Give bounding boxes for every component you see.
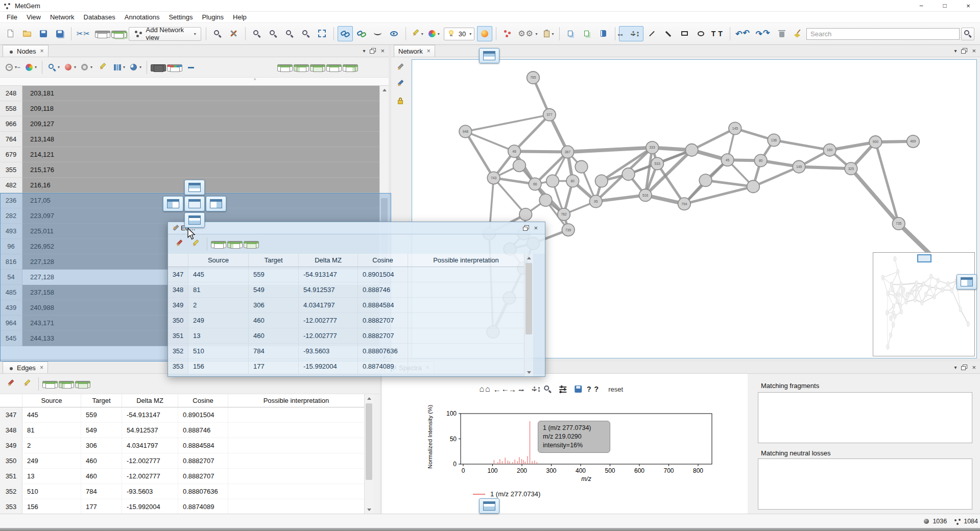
edges-table-row[interactable]: 347 445 559 -54.913147 0.8901504	[0, 407, 364, 423]
row-header-cell[interactable]: 482	[0, 178, 22, 193]
zoom-reset-button[interactable]	[282, 26, 297, 41]
delta-mz-cell[interactable]: -12.002777	[122, 453, 178, 469]
cosine-cell[interactable]: 0.8874089	[178, 499, 228, 514]
edges-table-row[interactable]: 353 156 177 -15.992004 0.8874089	[168, 359, 524, 374]
edges-table-row[interactable]: 352 510 784 -93.5603 0.88807636	[168, 344, 524, 359]
nodes-table-row[interactable]: 764 213,148	[0, 132, 389, 147]
column-header-interpretation[interactable]: Possible interpretation	[408, 254, 524, 267]
edges-table-row[interactable]: 347 445 559 -54.913147 0.8901504	[168, 267, 524, 282]
edges-vertical-scrollbar[interactable]	[364, 394, 373, 514]
show-all-button[interactable]	[42, 381, 58, 388]
highlight-red-button[interactable]	[3, 376, 18, 392]
dock-menu-button[interactable]: ▾	[953, 365, 958, 370]
cosine-cell[interactable]: 0.8882707	[358, 328, 408, 344]
interpretation-cell[interactable]	[408, 313, 524, 328]
interpretation-cell[interactable]	[408, 298, 524, 313]
column-header-target[interactable]: Target	[249, 254, 299, 267]
floating-edges-dock[interactable]: Edges ×	[168, 222, 545, 377]
tab-edges[interactable]: Edges ×	[3, 361, 48, 373]
interpretation-cell[interactable]	[228, 438, 364, 453]
tab-close-icon[interactable]: ×	[427, 47, 431, 55]
column-header-delta-mz[interactable]: Delta MZ	[122, 394, 178, 407]
edges-table-row[interactable]: 348 81 549 54.912537 0.888746	[168, 282, 524, 298]
column-header-target[interactable]: Target	[81, 394, 122, 407]
dock-menu-button[interactable]: ▾	[953, 48, 958, 54]
cosine-cell[interactable]: 0.8874089	[358, 359, 408, 374]
zoom-selection-button[interactable]	[298, 26, 314, 41]
rectangle-tool-button[interactable]	[677, 26, 692, 41]
row-header-cell[interactable]: 351	[168, 328, 188, 344]
source-cell[interactable]: 249	[22, 453, 81, 469]
interpretation-cell[interactable]	[228, 453, 364, 469]
new-project-button[interactable]	[3, 26, 18, 41]
row-header-cell[interactable]: 349	[0, 438, 22, 453]
add-network-view-button[interactable]: Add Network view ▾	[129, 27, 201, 41]
node-fill-button[interactable]: ▾	[62, 60, 78, 75]
interpretation-cell[interactable]	[228, 499, 364, 514]
show-selection-button[interactable]	[227, 241, 243, 248]
target-cell[interactable]: 460	[81, 453, 122, 469]
menu-item[interactable]: Databases	[79, 12, 120, 22]
highlight-button[interactable]	[95, 60, 110, 75]
row-header-cell[interactable]: 353	[168, 359, 188, 374]
menu-item[interactable]: View	[22, 12, 45, 22]
show-all-columns-button[interactable]	[277, 64, 293, 71]
target-cell[interactable]: 306	[249, 298, 299, 313]
close-button[interactable]: ×	[957, 0, 980, 11]
show-selection-button[interactable]	[59, 381, 74, 388]
node-color-button[interactable]: ▾	[426, 26, 441, 41]
source-cell[interactable]: 445	[22, 407, 81, 423]
save-figure-button[interactable]	[571, 382, 585, 396]
open-project-button[interactable]	[19, 26, 35, 41]
process-data-button[interactable]	[75, 26, 94, 41]
cosine-cell[interactable]: 0.88807636	[178, 484, 228, 499]
restore-columns-button[interactable]	[343, 64, 358, 71]
clear-button[interactable]	[791, 26, 806, 41]
row-header-cell[interactable]: 349	[168, 298, 188, 313]
highlight-red-button[interactable]	[172, 236, 187, 252]
home-button[interactable]	[479, 382, 493, 396]
target-cell[interactable]: 306	[81, 438, 122, 453]
menu-item[interactable]: Annotations	[120, 12, 164, 22]
edges-table-row[interactable]: 348 81 549 54.912537 0.888746	[0, 423, 364, 438]
column-header-cosine[interactable]: Cosine	[178, 394, 228, 407]
interpretation-cell[interactable]	[228, 484, 364, 499]
delta-mz-cell[interactable]: 54.912537	[299, 282, 358, 298]
cosine-cell[interactable]: 0.8882707	[178, 469, 228, 484]
dock-indicator-top-edge[interactable]	[479, 48, 499, 63]
restore-columns-button[interactable]	[75, 381, 90, 388]
compress-rows-button[interactable]	[326, 64, 342, 71]
interpretation-cell[interactable]	[228, 469, 364, 484]
row-header-cell[interactable]: 350	[168, 313, 188, 328]
target-cell[interactable]: 549	[81, 423, 122, 438]
dock-float-button[interactable]	[521, 224, 531, 233]
delta-mz-cell[interactable]: -12.002777	[299, 313, 358, 328]
floating-vertical-scrollbar[interactable]	[524, 254, 533, 376]
dock-indicator-left[interactable]	[163, 196, 183, 211]
source-cell[interactable]: 2	[22, 438, 81, 453]
export-image-button[interactable]	[563, 26, 579, 41]
delta-mz-cell[interactable]: 4.0341797	[122, 438, 178, 453]
menu-item[interactable]: Help	[228, 12, 251, 22]
show-items-button[interactable]	[387, 26, 402, 41]
dock-indicator-bottom-edge[interactable]	[479, 498, 499, 514]
row-header-cell[interactable]: 351	[0, 469, 22, 484]
target-cell[interactable]: 784	[249, 344, 299, 359]
find-node-button[interactable]: ▾	[46, 60, 61, 75]
edges-table-row[interactable]: 349 2 306 4.0341797 0.8884584	[168, 298, 524, 313]
delta-mz-cell[interactable]: -93.5603	[122, 484, 178, 499]
scroll-thumb[interactable]	[366, 403, 372, 480]
mz-parent-cell[interactable]: 203,181	[22, 86, 379, 101]
mz-parent-cell[interactable]: 209,127	[22, 116, 379, 132]
column-header-delta-mz[interactable]: Delta MZ	[299, 254, 358, 267]
matching-losses-list[interactable]	[758, 458, 972, 510]
interpretation-cell[interactable]	[228, 423, 364, 438]
dock-float-button[interactable]	[960, 363, 969, 372]
zoom-out-button[interactable]	[266, 26, 281, 41]
line-tool-button[interactable]	[644, 26, 660, 41]
fit-view-button[interactable]	[315, 26, 330, 41]
save-project-as-button[interactable]	[52, 26, 67, 41]
interpretation-cell[interactable]	[228, 407, 364, 423]
dock-close-button[interactable]: ×	[971, 364, 977, 371]
hide-items-button[interactable]	[370, 26, 386, 41]
